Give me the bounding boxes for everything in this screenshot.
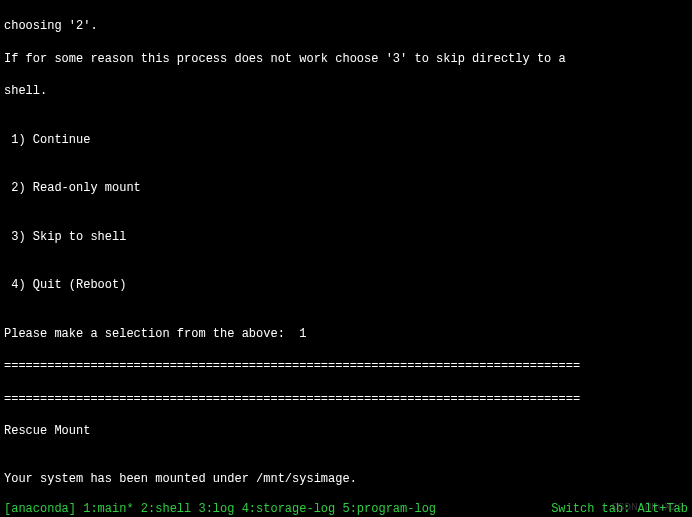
terminal-line: ========================================… (4, 391, 688, 407)
terminal-line: 4) Quit (Reboot) (4, 277, 688, 293)
terminal-line: ========================================… (4, 358, 688, 374)
terminal-line: If for some reason this process does not… (4, 51, 688, 67)
terminal-line: Rescue Mount (4, 423, 688, 439)
terminal-line: Please make a selection from the above: … (4, 326, 688, 342)
terminal-line: 3) Skip to shell (4, 229, 688, 245)
terminal-line: shell. (4, 83, 688, 99)
terminal-line: 2) Read-only mount (4, 180, 688, 196)
tmux-status-bar: [anaconda] 1:main* 2:shell 3:log 4:stora… (0, 501, 692, 517)
terminal-line: choosing '2'. (4, 18, 688, 34)
terminal-line: Your system has been mounted under /mnt/… (4, 471, 688, 487)
watermark: CSDN @HuX22 (611, 500, 684, 515)
terminal-output[interactable]: choosing '2'. If for some reason this pr… (0, 0, 692, 517)
status-tabs[interactable]: [anaconda] 1:main* 2:shell 3:log 4:stora… (4, 501, 436, 517)
terminal-line: 1) Continue (4, 132, 688, 148)
